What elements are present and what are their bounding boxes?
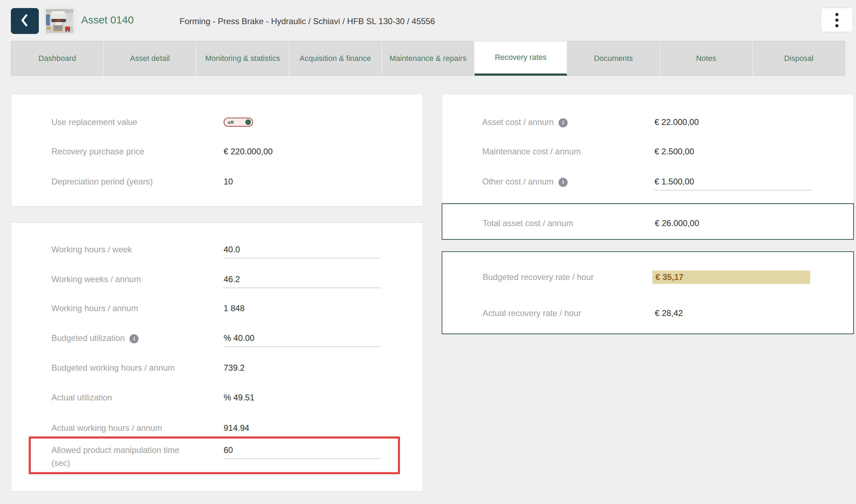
field-row-actual-working-hours: Actual working hours / annum 914.94 xyxy=(11,423,423,437)
working-hours-annum-value: 1 848 xyxy=(224,303,245,314)
field-label: Asset cost / annumi xyxy=(482,117,568,127)
asset-photo xyxy=(46,9,73,33)
field-label: Actual utilization xyxy=(51,392,112,403)
page-subtitle: Forming - Press Brake - Hydraulic / Schi… xyxy=(180,16,435,26)
asset-thumbnail xyxy=(45,8,75,34)
info-icon[interactable]: i xyxy=(129,334,139,343)
field-row-recovery-purchase-price: Recovery purchase price € 220.000,00 xyxy=(11,146,423,160)
total-asset-cost-box: Total asset cost / annum € 26.000,00 xyxy=(442,203,854,240)
field-label: Working hours / week xyxy=(51,244,132,255)
field-row-budgeted-utilization: Budgeted utilizationi % 40.00 xyxy=(11,333,423,347)
field-row-asset-cost: Asset cost / annumi € 22.000,00 xyxy=(442,117,854,131)
field-label: Allowed product manipulation time (sec) xyxy=(51,445,180,468)
tab-asset-detail[interactable]: Asset detail xyxy=(104,41,197,76)
more-options-button[interactable] xyxy=(821,8,853,32)
other-cost-input[interactable]: € 1.500,00 xyxy=(654,176,811,190)
field-label: Working weeks / annum xyxy=(51,274,141,285)
field-row-maintenance-cost: Maintenance cost / annum € 2.500,00 xyxy=(442,146,854,160)
tab-notes[interactable]: Notes xyxy=(660,41,753,76)
tab-maintenance-repairs[interactable]: Maintenance & repairs xyxy=(382,41,475,76)
field-row-budgeted-recovery-rate: Budgeted recovery rate / hour € 35,17 xyxy=(442,272,853,286)
tab-recovery-rates[interactable]: Recovery rates xyxy=(475,41,567,76)
working-weeks-annum-input[interactable]: 46.2 xyxy=(224,274,380,288)
field-label: Actual recovery rate / hour xyxy=(483,308,581,318)
info-icon[interactable]: i xyxy=(559,118,568,127)
tab-bar: Dashboard Asset detail Monitoring & stat… xyxy=(11,41,845,76)
chevron-left-icon xyxy=(19,13,31,29)
field-label: Maintenance cost / annum xyxy=(482,146,581,157)
field-label: Recovery purchase price xyxy=(51,146,144,157)
recovery-rates-box: Budgeted recovery rate / hour € 35,17 Ac… xyxy=(442,251,854,334)
tab-documents[interactable]: Documents xyxy=(567,41,660,76)
actual-working-hours-value: 914.94 xyxy=(224,423,249,433)
page-title: Asset 0140 xyxy=(81,14,134,26)
working-hours-week-input[interactable]: 40.0 xyxy=(224,244,380,258)
total-asset-cost-value: € 26.000,00 xyxy=(655,218,699,229)
field-row-use-replacement-value: Use replacement value off xyxy=(11,117,423,131)
use-replacement-value-toggle[interactable]: off xyxy=(224,118,253,127)
tab-disposal[interactable]: Disposal xyxy=(753,41,845,76)
budgeted-utilization-input[interactable]: % 40.00 xyxy=(224,333,380,347)
tab-monitoring-statistics[interactable]: Monitoring & statistics xyxy=(197,41,289,76)
field-row-depreciation-period: Depreciation period (years) 10 xyxy=(11,176,423,190)
toggle-state-label: off xyxy=(228,120,234,125)
field-label: Other cost / annumi xyxy=(482,176,568,187)
field-label: Working hours / annum xyxy=(51,303,138,314)
toggle-knob xyxy=(245,119,251,125)
field-label: Use replacement value xyxy=(51,117,137,127)
recovery-purchase-price-value: € 220.000,00 xyxy=(224,146,273,157)
field-label: Budgeted recovery rate / hour xyxy=(483,272,594,282)
field-label: Depreciation period (years) xyxy=(51,176,153,187)
field-row-budgeted-working-hours: Budgeted working hours / annum 739.2 xyxy=(11,363,423,377)
field-row-other-cost: Other cost / annumi € 1.500,00 xyxy=(442,176,854,190)
actual-recovery-rate-value: € 28,42 xyxy=(655,308,683,318)
tab-acquisition-finance[interactable]: Acquisition & finance xyxy=(289,41,382,76)
field-label: Budgeted utilizationi xyxy=(51,333,139,343)
asset-cost-value: € 22.000,00 xyxy=(654,117,699,127)
field-row-allowed-manipulation-time: Allowed product manipulation time (sec) … xyxy=(11,445,423,473)
depreciation-period-value: 10 xyxy=(224,176,233,187)
field-label: Actual working hours / annum xyxy=(51,423,162,433)
field-label: Total asset cost / annum xyxy=(483,218,573,229)
kebab-icon xyxy=(835,13,839,27)
field-row-working-weeks-annum: Working weeks / annum 46.2 xyxy=(11,274,423,288)
field-row-actual-utilization: Actual utilization % 49.51 xyxy=(11,392,423,406)
asset-cost-card: Asset cost / annumi € 22.000,00 Maintena… xyxy=(442,94,854,203)
budgeted-working-hours-value: 739.2 xyxy=(224,363,245,373)
field-row-working-hours-week: Working hours / week 40.0 xyxy=(11,244,423,258)
maintenance-cost-value: € 2.500,00 xyxy=(654,146,694,157)
actual-utilization-value: % 49.51 xyxy=(224,392,254,403)
tab-dashboard[interactable]: Dashboard xyxy=(11,41,104,76)
replacement-value-card: Use replacement value off Recovery purch… xyxy=(11,94,423,206)
asset-detail-page: Asset 0140 Forming - Press Brake - Hydra… xyxy=(0,0,856,504)
field-row-actual-recovery-rate: Actual recovery rate / hour € 28,42 xyxy=(442,308,853,322)
field-row-working-hours-annum: Working hours / annum 1 848 xyxy=(11,303,423,317)
back-button[interactable] xyxy=(11,8,39,34)
budgeted-recovery-rate-value: € 35,17 xyxy=(652,271,810,284)
allowed-manipulation-time-input[interactable]: 60 xyxy=(224,445,380,459)
field-row-total-asset-cost: Total asset cost / annum € 26.000,00 xyxy=(442,218,853,232)
info-icon[interactable]: i xyxy=(559,178,568,187)
field-label: Budgeted working hours / annum xyxy=(51,363,175,373)
working-hours-card: Working hours / week 40.0 Working weeks … xyxy=(11,222,423,492)
